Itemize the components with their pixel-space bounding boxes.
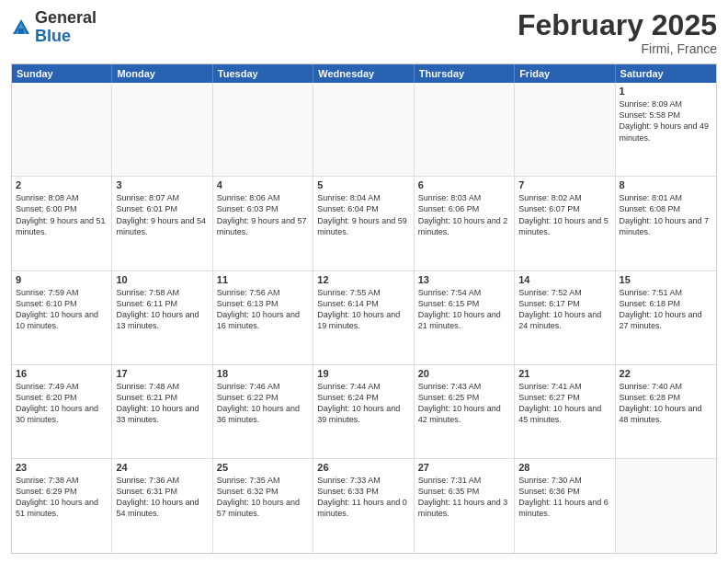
day-info: Sunrise: 7:38 AM Sunset: 6:29 PM Dayligh…	[16, 475, 108, 520]
logo-blue: Blue	[35, 27, 71, 45]
day-info: Sunrise: 7:44 AM Sunset: 6:24 PM Dayligh…	[317, 381, 409, 426]
day-18: 18Sunrise: 7:46 AM Sunset: 6:22 PM Dayli…	[213, 365, 313, 458]
empty-cell	[616, 459, 716, 553]
day-24: 24Sunrise: 7:36 AM Sunset: 6:31 PM Dayli…	[112, 459, 212, 553]
day-info: Sunrise: 7:40 AM Sunset: 6:28 PM Dayligh…	[620, 381, 712, 426]
day-6: 6Sunrise: 8:03 AM Sunset: 6:06 PM Daylig…	[415, 177, 515, 270]
day-27: 27Sunrise: 7:31 AM Sunset: 6:35 PM Dayli…	[415, 459, 515, 553]
calendar-header: SundayMondayTuesdayWednesdayThursdayFrid…	[12, 64, 716, 83]
header-monday: Monday	[112, 64, 212, 83]
day-22: 22Sunrise: 7:40 AM Sunset: 6:28 PM Dayli…	[616, 365, 716, 458]
day-info: Sunrise: 8:04 AM Sunset: 6:04 PM Dayligh…	[317, 192, 409, 237]
day-number: 22	[620, 368, 712, 379]
day-info: Sunrise: 7:36 AM Sunset: 6:31 PM Dayligh…	[116, 475, 208, 520]
week-3: 9Sunrise: 7:59 AM Sunset: 6:10 PM Daylig…	[12, 271, 716, 365]
day-number: 4	[217, 179, 309, 190]
day-info: Sunrise: 7:49 AM Sunset: 6:20 PM Dayligh…	[16, 381, 108, 426]
calendar-body: 1Sunrise: 8:09 AM Sunset: 5:58 PM Daylig…	[12, 83, 716, 553]
day-info: Sunrise: 8:09 AM Sunset: 5:58 PM Dayligh…	[620, 98, 712, 144]
day-number: 28	[518, 462, 610, 473]
day-8: 8Sunrise: 8:01 AM Sunset: 6:08 PM Daylig…	[616, 177, 716, 270]
month-title: February 2025	[518, 9, 717, 41]
day-number: 26	[317, 462, 409, 473]
day-12: 12Sunrise: 7:55 AM Sunset: 6:14 PM Dayli…	[313, 271, 414, 364]
day-number: 12	[317, 274, 409, 285]
empty-cell	[313, 83, 414, 176]
day-number: 1	[620, 86, 712, 97]
day-info: Sunrise: 7:56 AM Sunset: 6:13 PM Dayligh…	[217, 287, 309, 332]
logo-text: General Blue	[35, 9, 97, 46]
week-4: 16Sunrise: 7:49 AM Sunset: 6:20 PM Dayli…	[12, 365, 716, 459]
day-number: 15	[620, 274, 712, 285]
day-15: 15Sunrise: 7:51 AM Sunset: 6:18 PM Dayli…	[616, 271, 716, 364]
logo-icon	[11, 17, 31, 38]
day-number: 9	[16, 274, 108, 285]
day-10: 10Sunrise: 7:58 AM Sunset: 6:11 PM Dayli…	[112, 271, 212, 364]
header-saturday: Saturday	[616, 64, 716, 83]
day-7: 7Sunrise: 8:02 AM Sunset: 6:07 PM Daylig…	[515, 177, 615, 270]
day-21: 21Sunrise: 7:41 AM Sunset: 6:27 PM Dayli…	[515, 365, 615, 458]
empty-cell	[112, 83, 212, 176]
day-9: 9Sunrise: 7:59 AM Sunset: 6:10 PM Daylig…	[12, 271, 112, 364]
day-info: Sunrise: 8:06 AM Sunset: 6:03 PM Dayligh…	[217, 192, 309, 237]
empty-cell	[213, 83, 313, 176]
day-16: 16Sunrise: 7:49 AM Sunset: 6:20 PM Dayli…	[12, 365, 112, 458]
day-number: 8	[620, 179, 712, 190]
day-number: 6	[418, 179, 510, 190]
day-info: Sunrise: 8:03 AM Sunset: 6:06 PM Dayligh…	[418, 192, 510, 237]
day-info: Sunrise: 7:55 AM Sunset: 6:14 PM Dayligh…	[317, 287, 409, 332]
day-info: Sunrise: 8:07 AM Sunset: 6:01 PM Dayligh…	[116, 192, 208, 237]
week-2: 2Sunrise: 8:08 AM Sunset: 6:00 PM Daylig…	[12, 177, 716, 270]
day-info: Sunrise: 7:31 AM Sunset: 6:35 PM Dayligh…	[418, 475, 510, 520]
day-number: 27	[418, 462, 510, 473]
day-info: Sunrise: 7:41 AM Sunset: 6:27 PM Dayligh…	[518, 381, 610, 426]
day-info: Sunrise: 7:52 AM Sunset: 6:17 PM Dayligh…	[518, 287, 610, 332]
empty-cell	[515, 83, 615, 176]
header-thursday: Thursday	[415, 64, 515, 83]
day-info: Sunrise: 7:59 AM Sunset: 6:10 PM Dayligh…	[16, 287, 108, 332]
calendar: SundayMondayTuesdayWednesdayThursdayFrid…	[11, 63, 717, 554]
day-number: 7	[518, 179, 610, 190]
day-info: Sunrise: 7:30 AM Sunset: 6:36 PM Dayligh…	[518, 475, 610, 520]
day-1: 1Sunrise: 8:09 AM Sunset: 5:58 PM Daylig…	[616, 83, 716, 176]
day-number: 19	[317, 368, 409, 379]
day-number: 13	[418, 274, 510, 285]
day-info: Sunrise: 7:35 AM Sunset: 6:32 PM Dayligh…	[217, 475, 309, 520]
logo: General Blue	[11, 9, 97, 46]
header-tuesday: Tuesday	[213, 64, 313, 83]
logo-general: General	[35, 8, 97, 27]
empty-cell	[12, 83, 112, 176]
day-11: 11Sunrise: 7:56 AM Sunset: 6:13 PM Dayli…	[213, 271, 313, 364]
day-26: 26Sunrise: 7:33 AM Sunset: 6:33 PM Dayli…	[313, 459, 414, 553]
day-5: 5Sunrise: 8:04 AM Sunset: 6:04 PM Daylig…	[313, 177, 414, 270]
day-14: 14Sunrise: 7:52 AM Sunset: 6:17 PM Dayli…	[515, 271, 615, 364]
title-area: February 2025 Firmi, France	[518, 9, 717, 56]
day-number: 25	[217, 462, 309, 473]
day-number: 20	[418, 368, 510, 379]
day-info: Sunrise: 7:54 AM Sunset: 6:15 PM Dayligh…	[418, 287, 510, 332]
day-number: 17	[116, 368, 208, 379]
day-number: 3	[116, 179, 208, 190]
day-info: Sunrise: 7:46 AM Sunset: 6:22 PM Dayligh…	[217, 381, 309, 426]
day-number: 18	[217, 368, 309, 379]
header-sunday: Sunday	[12, 64, 112, 83]
day-17: 17Sunrise: 7:48 AM Sunset: 6:21 PM Dayli…	[112, 365, 212, 458]
location: Firmi, France	[518, 41, 717, 56]
day-info: Sunrise: 8:01 AM Sunset: 6:08 PM Dayligh…	[620, 192, 712, 237]
day-2: 2Sunrise: 8:08 AM Sunset: 6:00 PM Daylig…	[12, 177, 112, 270]
day-info: Sunrise: 7:43 AM Sunset: 6:25 PM Dayligh…	[418, 381, 510, 426]
week-5: 23Sunrise: 7:38 AM Sunset: 6:29 PM Dayli…	[12, 459, 716, 553]
day-info: Sunrise: 7:33 AM Sunset: 6:33 PM Dayligh…	[317, 475, 409, 520]
svg-rect-2	[18, 29, 24, 34]
day-number: 2	[16, 179, 108, 190]
day-28: 28Sunrise: 7:30 AM Sunset: 6:36 PM Dayli…	[515, 459, 615, 553]
day-info: Sunrise: 7:51 AM Sunset: 6:18 PM Dayligh…	[620, 287, 712, 332]
empty-cell	[415, 83, 515, 176]
day-number: 14	[518, 274, 610, 285]
day-3: 3Sunrise: 8:07 AM Sunset: 6:01 PM Daylig…	[112, 177, 212, 270]
week-1: 1Sunrise: 8:09 AM Sunset: 5:58 PM Daylig…	[12, 83, 716, 177]
page: General Blue February 2025 Firmi, France…	[0, 0, 728, 563]
day-4: 4Sunrise: 8:06 AM Sunset: 6:03 PM Daylig…	[213, 177, 313, 270]
day-number: 10	[116, 274, 208, 285]
day-number: 11	[217, 274, 309, 285]
